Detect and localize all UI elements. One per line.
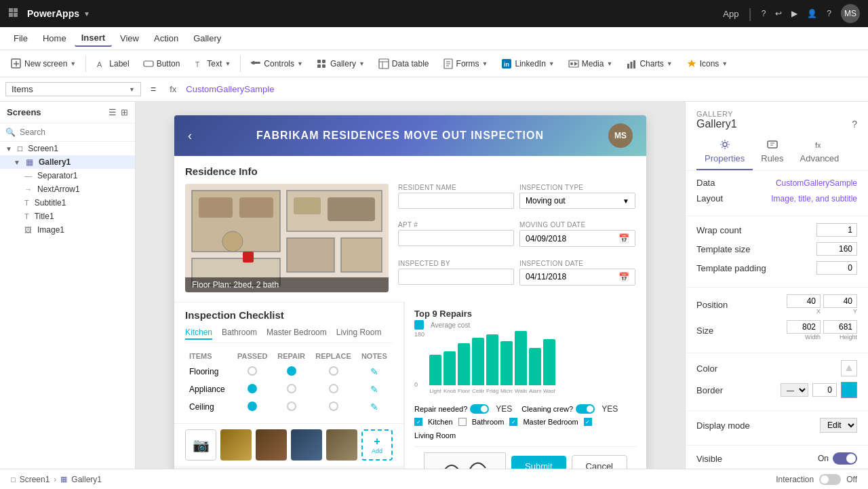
checkbox-kitchen[interactable]: ✓	[414, 418, 422, 426]
bar-5	[500, 341, 513, 385]
bar-labels: Light Knobs Floor Ceiling Fridge Microwa…	[429, 388, 637, 394]
tab-master-bedroom[interactable]: Master Bedroom	[267, 328, 327, 340]
data-value[interactable]: CustomGallerySample	[776, 178, 857, 188]
label-button[interactable]: A Label	[90, 56, 134, 72]
tree-item-gallery1[interactable]: ▼ ▦ Gallery1	[0, 155, 135, 169]
avatar[interactable]: MS	[841, 4, 860, 23]
menu-file[interactable]: File	[7, 31, 35, 46]
breadcrumb-gallery[interactable]: Gallery1	[71, 475, 102, 484]
search-input[interactable]	[20, 128, 130, 137]
border-style-select[interactable]: —	[781, 383, 808, 397]
tab-bathroom[interactable]: Bathroom	[222, 328, 257, 340]
visible-toggle[interactable]	[833, 452, 857, 465]
run-icon[interactable]: ▶	[791, 9, 797, 18]
photo-add-button[interactable]: + Add	[361, 429, 393, 461]
item-appliance: Appliance	[186, 381, 232, 397]
cancel-button[interactable]: Cancel	[572, 455, 627, 469]
display-mode-select[interactable]: Edit	[820, 418, 857, 433]
repair-needed-toggle[interactable]	[470, 404, 489, 414]
notes-ceiling[interactable]: ✎	[357, 399, 391, 415]
tree-item-nextarrow1[interactable]: → NextArrow1	[0, 182, 135, 196]
photo-thumb-2[interactable]	[256, 429, 287, 461]
moving-out-date-input[interactable]: 04/09/2018 📅	[519, 230, 635, 247]
field-selector[interactable]: Items ▼	[5, 82, 141, 96]
grid-view-icon[interactable]: ⊞	[121, 107, 128, 117]
inspected-by-input[interactable]	[398, 269, 514, 285]
user-icon[interactable]: 👤	[807, 9, 817, 18]
gallery-toolbar-button[interactable]: Gallery ▼	[311, 56, 370, 72]
help-icon[interactable]: ?	[762, 9, 766, 18]
help-icon-right[interactable]: ?	[852, 119, 857, 130]
icons-button[interactable]: Icons ▼	[681, 56, 734, 72]
menu-insert[interactable]: Insert	[75, 30, 112, 47]
checkbox-bathroom[interactable]	[458, 418, 467, 426]
cleaning-crew-toggle[interactable]	[576, 404, 595, 414]
checkbox-master[interactable]: ✓	[509, 418, 517, 426]
radio-ceiling-passed[interactable]	[233, 399, 272, 415]
undo-icon[interactable]: ↩	[775, 9, 782, 18]
new-screen-button[interactable]: New screen ▼	[5, 56, 81, 72]
inspection-type-select[interactable]: Moving out ▼	[519, 193, 635, 209]
linkedin-button[interactable]: in LinkedIn ▼	[496, 56, 559, 72]
tree-item-image1[interactable]: 🖼 Image1	[0, 223, 135, 237]
inspection-date-input[interactable]: 04/11/2018 📅	[519, 269, 635, 286]
height-input[interactable]	[823, 320, 857, 334]
radio-appliance-passed[interactable]	[233, 381, 272, 397]
app-canvas: ‹ FABRIKAM RESIDENCES MOVE OUT INSPECTIO…	[174, 115, 646, 469]
list-view-icon[interactable]: ☰	[108, 107, 117, 117]
width-input[interactable]	[787, 320, 821, 334]
tab-rules[interactable]: Rules	[753, 133, 791, 170]
photo-thumb-3[interactable]	[291, 429, 322, 461]
tree-item-subtitle1[interactable]: T Subtitle1	[0, 196, 135, 210]
tab-kitchen[interactable]: Kitchen	[185, 328, 212, 340]
tab-living-room[interactable]: Living Room	[336, 328, 382, 340]
radio-ceiling-repair[interactable]	[273, 399, 309, 415]
bar-label-4: Fridge	[486, 388, 498, 394]
resident-name-input[interactable]	[398, 193, 514, 209]
apt-input[interactable]	[398, 230, 514, 246]
template-size-input[interactable]	[816, 242, 857, 256]
color-swatch[interactable]	[841, 360, 857, 376]
radio-flooring-passed[interactable]	[233, 364, 272, 380]
photo-thumb-1[interactable]	[220, 429, 252, 461]
layout-value[interactable]: Image, title, and subtitle	[771, 194, 857, 203]
template-padding-input[interactable]	[816, 261, 857, 275]
notes-appliance[interactable]: ✎	[357, 381, 391, 397]
pos-x-input[interactable]	[787, 294, 821, 308]
radio-flooring-replace[interactable]	[311, 364, 355, 380]
photo-thumb-4[interactable]	[326, 429, 357, 461]
tab-properties[interactable]: Properties	[696, 133, 753, 170]
notes-flooring[interactable]: ✎	[357, 364, 391, 380]
radio-flooring-repair[interactable]	[273, 364, 309, 380]
menu-view[interactable]: View	[113, 31, 146, 46]
radio-appliance-repair[interactable]	[273, 381, 309, 397]
tab-advanced[interactable]: fx Advanced	[792, 133, 848, 170]
data-table-button[interactable]: Data table	[373, 56, 435, 72]
radio-ceiling-replace[interactable]	[311, 399, 355, 415]
menu-gallery[interactable]: Gallery	[186, 31, 228, 46]
breadcrumb-screen[interactable]: Screen1	[20, 475, 50, 484]
border-color-swatch[interactable]	[841, 382, 857, 398]
camera-button[interactable]: 📷	[185, 429, 216, 461]
text-button[interactable]: T Text ▼	[188, 56, 236, 72]
menu-action[interactable]: Action	[147, 31, 185, 46]
interaction-toggle[interactable]	[819, 474, 841, 485]
controls-button[interactable]: Controls ▼	[245, 56, 309, 72]
menu-home[interactable]: Home	[36, 31, 73, 46]
app-grid-icon[interactable]	[8, 7, 20, 20]
border-width-input[interactable]	[812, 383, 837, 397]
tree-item-title1[interactable]: T Title1	[0, 210, 135, 223]
wrap-count-input[interactable]	[816, 223, 857, 237]
forms-button[interactable]: Forms ▼	[437, 56, 494, 72]
checkbox-living[interactable]: ✓	[584, 418, 592, 426]
pos-y-input[interactable]	[823, 294, 857, 308]
charts-button[interactable]: Charts ▼	[620, 56, 677, 72]
media-button[interactable]: Media ▼	[563, 56, 618, 72]
formula-input[interactable]	[186, 84, 863, 94]
tree-item-separator1[interactable]: — Separator1	[0, 169, 135, 182]
submit-button[interactable]: Submit	[511, 456, 566, 469]
button-button[interactable]: Button	[138, 56, 186, 72]
more-icon[interactable]: ?	[827, 9, 831, 18]
radio-appliance-replace[interactable]	[311, 381, 355, 397]
tree-item-screen1[interactable]: ▼ □ Screen1	[0, 142, 135, 155]
